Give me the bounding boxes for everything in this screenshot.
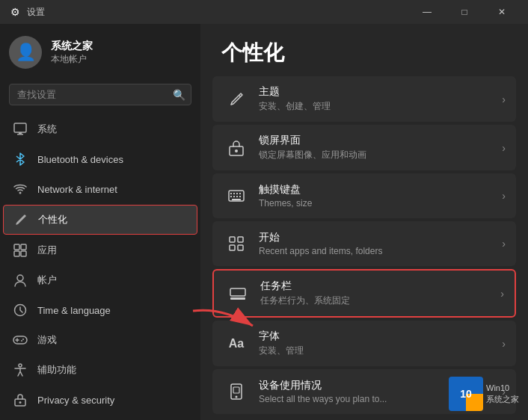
svg-rect-30 [238, 237, 243, 242]
fonts-title: 字体 [259, 330, 502, 343]
sidebar-item-accounts[interactable]: 帐户 [3, 266, 197, 294]
user-name: 系统之家 [51, 40, 93, 53]
sidebar-item-privacy[interactable]: Privacy & security [3, 386, 197, 414]
sidebar-item-system[interactable]: 系统 [3, 115, 197, 143]
settings-icon: ⚙ [9, 6, 21, 18]
settings-item-taskbar[interactable]: 任务栏 任务栏行为、系统固定 › [212, 269, 516, 318]
svg-rect-1 [17, 134, 23, 135]
sidebar-item-gaming-label: 游戏 [37, 333, 188, 347]
settings-item-touch-keyboard[interactable]: 触摸键盘 Themes, size › [212, 173, 516, 218]
sidebar-item-bluetooth[interactable]: Bluetooth & devices [3, 145, 197, 173]
lock-screen-title: 锁屏界面 [259, 134, 502, 147]
svg-rect-28 [230, 237, 235, 242]
fonts-desc: 安装、管理 [259, 345, 502, 357]
watermark: 10 Win10 系统之家 [449, 377, 519, 411]
sidebar-item-windows-update[interactable]: Windows Update [3, 416, 197, 420]
svg-rect-21 [236, 193, 238, 194]
theme-chevron-icon: › [502, 93, 506, 105]
title-bar-left: ⚙ 设置 [9, 6, 45, 19]
sidebar-item-accounts-label: 帐户 [37, 274, 188, 287]
start-title: 开始 [259, 231, 502, 244]
svg-rect-25 [236, 196, 238, 197]
title-bar-title: 设置 [27, 6, 45, 19]
svg-rect-33 [230, 297, 245, 300]
svg-rect-31 [238, 245, 243, 250]
taskbar-chevron-icon: › [500, 288, 504, 300]
settings-item-lock-screen[interactable]: 锁屏界面 锁定屏幕图像、应用和动画 › [212, 125, 516, 170]
svg-rect-20 [233, 193, 235, 194]
sidebar-item-apps-label: 应用 [37, 244, 188, 257]
touch-keyboard-content: 触摸键盘 Themes, size [259, 183, 502, 209]
svg-rect-29 [230, 245, 235, 250]
content-area: 个性化 主题 安装、创建、管理 › 锁屏界面 锁 [200, 24, 528, 420]
minimize-button[interactable]: — [410, 0, 444, 24]
sidebar-item-personalization-label: 个性化 [38, 213, 188, 226]
search-box[interactable]: 🔍 [9, 84, 191, 105]
close-button[interactable]: ✕ [485, 0, 519, 24]
svg-rect-36 [233, 387, 239, 393]
sidebar-item-bluetooth-label: Bluetooth & devices [37, 154, 188, 165]
search-input[interactable] [9, 84, 191, 105]
user-section[interactable]: 👤 系统之家 本地帐户 [0, 24, 200, 81]
sidebar-item-apps[interactable]: 应用 [3, 236, 197, 265]
sidebar-item-time[interactable]: Time & language [3, 296, 197, 324]
start-desc: Recent apps and items, folders [259, 246, 502, 256]
title-bar: ⚙ 设置 — □ ✕ [0, 0, 528, 24]
taskbar-icon [224, 280, 251, 307]
watermark-logo: 10 [449, 377, 483, 411]
theme-title: 主题 [259, 85, 502, 99]
sidebar-item-network-label: Network & internet [37, 184, 188, 195]
sidebar-item-privacy-label: Privacy & security [37, 395, 188, 406]
personalization-icon [13, 211, 29, 228]
taskbar-title: 任务栏 [260, 280, 500, 293]
avatar: 👤 [9, 36, 42, 69]
fonts-icon: Aa [223, 330, 250, 357]
svg-point-15 [19, 401, 22, 404]
touch-keyboard-title: 触摸键盘 [259, 183, 502, 197]
search-icon: 🔍 [173, 89, 185, 101]
svg-point-13 [19, 364, 22, 367]
touch-keyboard-chevron-icon: › [502, 190, 506, 202]
user-type: 本地帐户 [51, 53, 93, 66]
touch-keyboard-icon [223, 182, 250, 209]
sidebar-item-personalization[interactable]: 个性化 [3, 205, 197, 235]
fonts-content: 字体 安装、管理 [259, 330, 502, 357]
svg-rect-26 [239, 196, 241, 197]
svg-point-17 [235, 149, 238, 152]
svg-rect-0 [14, 123, 26, 132]
svg-rect-7 [21, 251, 26, 256]
sidebar-item-accessibility[interactable]: 辅助功能 [3, 356, 197, 384]
maximize-button[interactable]: □ [447, 0, 482, 24]
svg-point-35 [236, 396, 238, 398]
svg-rect-23 [230, 196, 232, 197]
page-title: 个性化 [200, 24, 528, 76]
svg-rect-6 [14, 251, 19, 256]
touch-keyboard-desc: Themes, size [259, 198, 502, 209]
taskbar-content: 任务栏 任务栏行为、系统固定 [260, 280, 500, 307]
sidebar-item-system-label: 系统 [37, 123, 188, 136]
theme-desc: 安装、创建、管理 [259, 100, 502, 113]
apps-icon [12, 242, 28, 259]
lock-screen-icon [223, 135, 250, 161]
svg-point-11 [22, 339, 24, 340]
lock-screen-content: 锁屏界面 锁定屏幕图像、应用和动画 [259, 134, 502, 161]
svg-rect-2 [19, 132, 22, 134]
svg-rect-5 [21, 244, 26, 250]
settings-item-theme[interactable]: 主题 安装、创建、管理 › [212, 76, 516, 122]
sidebar-item-gaming[interactable]: 游戏 [3, 326, 197, 354]
time-icon [12, 302, 28, 318]
svg-rect-32 [230, 288, 245, 296]
accessibility-icon [12, 362, 28, 378]
watermark-text: Win10 系统之家 [486, 383, 519, 406]
fonts-chevron-icon: › [502, 338, 506, 350]
taskbar-desc: 任务栏行为、系统固定 [260, 294, 500, 307]
network-icon [12, 181, 28, 197]
svg-point-12 [21, 340, 22, 342]
sidebar-item-network[interactable]: Network & internet [3, 175, 197, 203]
svg-rect-24 [233, 196, 235, 197]
settings-item-start[interactable]: 开始 Recent apps and items, folders › [212, 221, 516, 266]
bluetooth-icon [12, 151, 28, 167]
user-info: 系统之家 本地帐户 [51, 40, 93, 66]
settings-item-fonts[interactable]: Aa 字体 安装、管理 › [212, 321, 516, 366]
svg-point-3 [19, 192, 22, 194]
